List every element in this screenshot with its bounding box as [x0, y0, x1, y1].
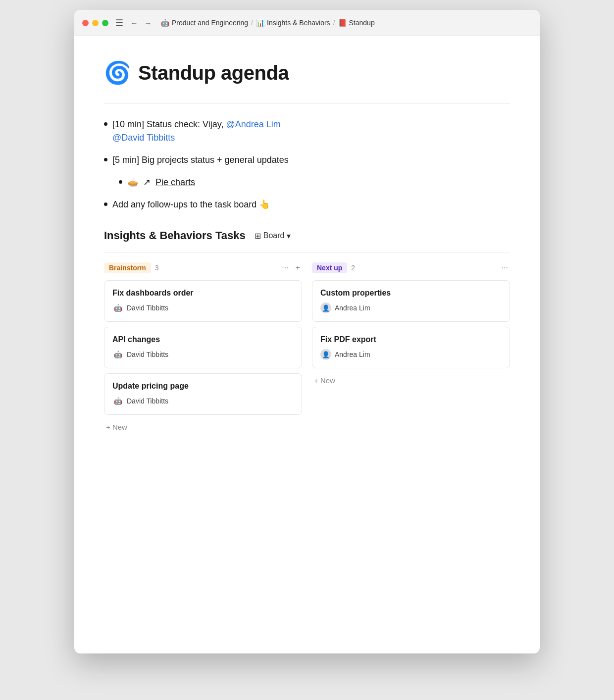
avatar-andrea-2: 👤 [320, 349, 331, 360]
separator-2: / [333, 19, 335, 27]
agenda-item-2: [5 min] Big projects status + general up… [104, 153, 510, 189]
breadcrumb-product[interactable]: 🤖 Product and Engineering [161, 19, 248, 27]
chevron-down-icon: ▾ [287, 231, 291, 241]
assignee-name-2: David Tibbitts [127, 350, 168, 358]
card-fix-pdf[interactable]: Fix PDF export 👤 Andrea Lim [312, 327, 510, 368]
menu-icon[interactable]: ☰ [115, 17, 123, 28]
sub-item-piechart: 🥧 ↗ Pie charts [119, 176, 195, 189]
agenda-list: [10 min] Status check: Vijay, @Andrea Li… [104, 118, 510, 211]
nextup-count: 2 [351, 264, 355, 272]
nextup-more-button[interactable]: ··· [500, 262, 510, 273]
card-update-pricing[interactable]: Update pricing page 🤖 David Tibbitts [104, 373, 302, 415]
app-window: ☰ ← → 🤖 Product and Engineering / 📊 Insi… [74, 10, 540, 653]
card-api-changes-assignee: 🤖 David Tibbitts [112, 349, 294, 360]
content-area: 🌀 Standup agenda [10 min] Status check: … [74, 36, 540, 653]
pie-emoji: 🥧 [127, 176, 138, 189]
avatar-andrea-1: 👤 [320, 302, 331, 313]
brainstorm-new-button[interactable]: + New [104, 420, 302, 434]
minimize-button[interactable] [92, 20, 99, 26]
board-section: Insights & Behaviors Tasks ⊞ Board ▾ Bra… [104, 229, 510, 434]
card-fix-dashboards[interactable]: Fix dashboards order 🤖 David Tibbitts [104, 280, 302, 322]
agenda-item-1: [10 min] Status check: Vijay, @Andrea Li… [104, 118, 510, 145]
board-icon: ⊞ [255, 231, 261, 241]
page-header: 🌀 Standup agenda [104, 60, 510, 86]
board-view-button[interactable]: ⊞ Board ▾ [251, 230, 295, 242]
pie-arrow: ↗ [143, 176, 151, 189]
breadcrumb-standup[interactable]: 📕 Standup [338, 19, 375, 27]
breadcrumb: 🤖 Product and Engineering / 📊 Insights &… [161, 19, 375, 27]
card-custom-properties-title: Custom properties [320, 289, 502, 298]
close-button[interactable] [82, 20, 89, 26]
mention-andrea[interactable]: @Andrea Lim [226, 119, 280, 129]
board-view-label: Board [263, 231, 285, 240]
standup-icon: 📕 [338, 19, 347, 27]
separator-1: / [251, 19, 253, 27]
page-title: Standup agenda [138, 62, 289, 84]
card-fix-dashboards-title: Fix dashboards order [112, 289, 294, 298]
agenda-item-1-text: [10 min] Status check: Vijay, [112, 119, 226, 129]
back-button[interactable]: ← [128, 17, 140, 29]
bullet-dot-2 [104, 158, 107, 161]
agenda-item-3-text: Add any follow-ups to the task board 👆 [112, 198, 270, 211]
nextup-col-actions: ··· [500, 262, 510, 273]
agenda-item-3: Add any follow-ups to the task board 👆 [104, 198, 510, 211]
insights-label: Insights & Behaviors [267, 19, 330, 27]
card-update-pricing-assignee: 🤖 David Tibbitts [112, 396, 294, 406]
card-api-changes-title: API changes [112, 335, 294, 344]
assignee-name-4: Andrea Lim [335, 304, 370, 312]
board-divider [104, 252, 510, 252]
column-nextup: Next up 2 ··· Custom properties 👤 Andrea… [312, 262, 510, 388]
maximize-button[interactable] [102, 20, 108, 26]
card-api-changes[interactable]: API changes 🤖 David Tibbitts [104, 327, 302, 368]
nextup-label: Next up [312, 262, 347, 273]
brainstorm-label: Brainstorm [104, 262, 151, 273]
assignee-name-1: David Tibbitts [127, 304, 168, 312]
sub-list: 🥧 ↗ Pie charts [104, 176, 195, 189]
avatar-david-3: 🤖 [112, 396, 123, 406]
board-section-header: Insights & Behaviors Tasks ⊞ Board ▾ [104, 229, 510, 242]
brainstorm-col-actions: ··· + [280, 262, 302, 273]
card-update-pricing-title: Update pricing page [112, 382, 294, 391]
assignee-name-3: David Tibbitts [127, 397, 168, 405]
assignee-name-5: Andrea Lim [335, 350, 370, 358]
card-custom-properties[interactable]: Custom properties 👤 Andrea Lim [312, 280, 510, 322]
pie-charts-link[interactable]: Pie charts [155, 176, 195, 189]
brainstorm-count: 3 [155, 264, 159, 272]
column-nextup-header: Next up 2 ··· [312, 262, 510, 273]
traffic-lights [82, 20, 108, 26]
bullet-dot-1 [104, 122, 107, 126]
nav-buttons: ← → [128, 17, 154, 29]
card-fix-dashboards-assignee: 🤖 David Tibbitts [112, 302, 294, 313]
breadcrumb-insights[interactable]: 📊 Insights & Behaviors [256, 19, 330, 27]
card-fix-pdf-assignee: 👤 Andrea Lim [320, 349, 502, 360]
nextup-new-button[interactable]: + New [312, 373, 510, 388]
brainstorm-add-button[interactable]: + [294, 262, 302, 273]
board-section-title-text: Insights & Behaviors Tasks [104, 229, 246, 242]
insights-icon: 📊 [256, 19, 264, 27]
sub-bullet-dot [119, 180, 122, 184]
column-brainstorm: Brainstorm 3 ··· + Fix dashboards order … [104, 262, 302, 434]
card-fix-pdf-title: Fix PDF export [320, 335, 502, 344]
bullet-dot-3 [104, 202, 107, 206]
column-brainstorm-header: Brainstorm 3 ··· + [104, 262, 302, 273]
card-custom-properties-assignee: 👤 Andrea Lim [320, 302, 502, 313]
standup-label: Standup [349, 19, 375, 27]
header-divider [104, 103, 510, 104]
product-icon: 🤖 [161, 19, 169, 27]
product-label: Product and Engineering [172, 19, 248, 27]
agenda-item-2-text: [5 min] Big projects status + general up… [112, 153, 289, 167]
page-icon: 🌀 [104, 60, 131, 86]
forward-button[interactable]: → [142, 17, 154, 29]
brainstorm-more-button[interactable]: ··· [280, 262, 290, 273]
agenda-item-1-content: [10 min] Status check: Vijay, @Andrea Li… [112, 118, 281, 145]
titlebar: ☰ ← → 🤖 Product and Engineering / 📊 Insi… [74, 10, 540, 36]
mention-david[interactable]: @David Tibbitts [112, 133, 175, 143]
avatar-david-2: 🤖 [112, 349, 123, 360]
kanban-board: Brainstorm 3 ··· + Fix dashboards order … [104, 262, 510, 434]
avatar-david-1: 🤖 [112, 302, 123, 313]
